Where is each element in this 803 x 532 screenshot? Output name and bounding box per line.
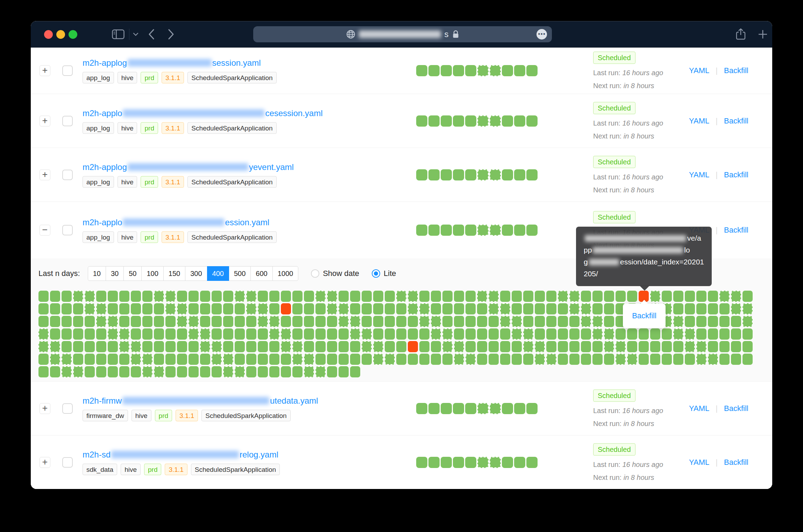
heatmap-day-cell[interactable] [396,303,406,314]
row-checkbox[interactable] [62,116,73,126]
heatmap-day-cell[interactable] [96,291,106,302]
heatmap-day-cell[interactable] [119,366,129,377]
heatmap-day-cell[interactable] [73,328,83,340]
heatmap-day-cell[interactable] [731,354,741,365]
heatmap-day-cell[interactable] [581,328,591,340]
heatmap-day-cell[interactable] [200,328,210,340]
heatmap-day-cell[interactable] [408,354,418,365]
heatmap-day-cell[interactable] [189,316,199,327]
heatmap-day-cell[interactable] [454,328,464,340]
heatmap-day-cell[interactable] [466,303,476,314]
heatmap-day-cell[interactable] [742,291,753,302]
heatmap-day-cell[interactable] [108,316,118,327]
heatmap-day-cell[interactable] [131,366,141,377]
heatmap-day-cell[interactable] [696,303,706,314]
heatmap-day-cell[interactable] [165,366,176,377]
heatmap-day-cell[interactable] [731,316,741,327]
radio-lite[interactable]: Lite [372,269,396,278]
heatmap-day-cell[interactable] [431,303,441,314]
heatmap-day-cell[interactable] [639,328,649,340]
heatmap-day-cell[interactable] [512,303,522,314]
day-cell[interactable] [428,65,440,76]
heatmap-day-cell[interactable] [385,316,395,327]
heatmap-day-cell[interactable] [154,303,164,314]
heatmap-day-cell[interactable] [616,341,626,352]
heatmap-day-cell[interactable] [269,366,279,377]
heatmap-day-cell[interactable] [62,303,72,314]
heatmap-day-cell[interactable] [38,328,49,340]
heatmap-day-cell[interactable] [546,341,556,352]
heatmap-day-cell[interactable] [304,366,314,377]
heatmap-day-cell[interactable] [131,354,141,365]
yaml-link[interactable]: YAML [689,170,709,179]
heatmap-day-cell[interactable] [350,291,360,302]
heatmap-day-cell[interactable] [142,354,152,365]
day-option-300[interactable]: 300 [185,266,207,281]
day-cell[interactable] [453,65,464,76]
day-cell[interactable] [490,115,501,127]
day-cell[interactable] [441,65,452,76]
heatmap-day-cell[interactable] [673,316,683,327]
heatmap-day-cell[interactable] [523,341,533,352]
yaml-link[interactable]: YAML [689,116,709,126]
heatmap-day-cell[interactable] [500,328,510,340]
heatmap-day-cell[interactable] [200,291,210,302]
day-option-30[interactable]: 30 [106,266,124,281]
heatmap-day-cell[interactable] [627,328,637,340]
heatmap-day-cell[interactable] [385,341,395,352]
backfill-popover-button[interactable]: Backfill [632,311,656,320]
heatmap-day-cell[interactable] [696,291,706,302]
heatmap-day-cell[interactable] [673,354,683,365]
heatmap-day-cell[interactable] [304,303,314,314]
heatmap-day-cell[interactable] [442,303,453,314]
heatmap-day-cell[interactable] [569,354,580,365]
heatmap-day-cell[interactable] [466,328,476,340]
day-cell[interactable] [441,457,452,468]
heatmap-day-cell[interactable] [742,341,753,352]
heatmap-day-cell[interactable] [708,354,718,365]
heatmap-day-cell[interactable] [327,328,337,340]
day-cell[interactable] [526,457,538,468]
heatmap-day-cell[interactable] [223,366,233,377]
heatmap-day-cell[interactable] [627,354,637,365]
day-cell[interactable] [477,457,489,468]
heatmap-day-cell[interactable] [62,328,72,340]
heatmap-day-cell[interactable] [385,303,395,314]
heatmap-day-cell[interactable] [569,341,580,352]
heatmap-day-cell[interactable] [454,303,464,314]
heatmap-day-cell[interactable] [616,291,626,302]
heatmap-day-cell[interactable] [327,366,337,377]
day-cell[interactable] [477,169,489,180]
heatmap-day-cell[interactable] [673,291,683,302]
heatmap-day-cell[interactable] [604,291,614,302]
heatmap-day-cell[interactable] [708,316,718,327]
heatmap-day-cell[interactable] [477,303,487,314]
heatmap-day-cell[interactable] [177,316,187,327]
heatmap-day-cell[interactable] [466,291,476,302]
heatmap-day-cell[interactable] [131,341,141,352]
heatmap-day-cell[interactable] [154,366,164,377]
expand-row-button[interactable]: + [40,65,50,76]
heatmap-day-cell[interactable] [258,354,268,365]
heatmap-day-cell[interactable] [304,291,314,302]
heatmap-day-cell[interactable] [419,354,429,365]
heatmap-day-cell[interactable] [189,354,199,365]
backfill-link[interactable]: Backfill [724,404,748,413]
heatmap-day-cell[interactable] [269,303,279,314]
heatmap-day-cell[interactable] [581,354,591,365]
heatmap-day-cell[interactable] [512,341,522,352]
heatmap-day-cell[interactable] [431,328,441,340]
heatmap-day-cell[interactable] [142,341,152,352]
heatmap-day-cell[interactable] [85,291,95,302]
heatmap-day-cell[interactable] [119,316,129,327]
heatmap-day-cell[interactable] [685,291,695,302]
heatmap-day-cell[interactable] [108,354,118,365]
heatmap-day-cell[interactable] [200,303,210,314]
heatmap-day-cell[interactable] [696,354,706,365]
heatmap-day-cell[interactable] [246,316,256,327]
heatmap-day-cell[interactable] [165,316,176,327]
heatmap-day-cell[interactable] [38,291,49,302]
heatmap-day-cell[interactable] [50,303,60,314]
heatmap-day-cell[interactable] [616,354,626,365]
heatmap-day-cell[interactable] [269,316,279,327]
